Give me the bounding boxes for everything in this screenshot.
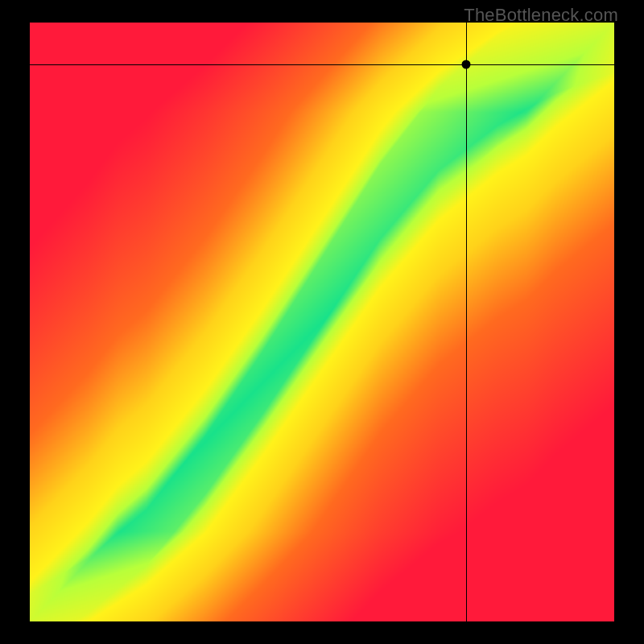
- selection-marker: [461, 60, 470, 69]
- chart-container: TheBottleneck.com: [0, 0, 644, 644]
- watermark-text: TheBottleneck.com: [464, 5, 618, 26]
- heatmap-plot: [30, 23, 614, 621]
- crosshair-vertical: [466, 23, 467, 621]
- heatmap-canvas: [30, 23, 614, 621]
- crosshair-horizontal: [30, 64, 614, 65]
